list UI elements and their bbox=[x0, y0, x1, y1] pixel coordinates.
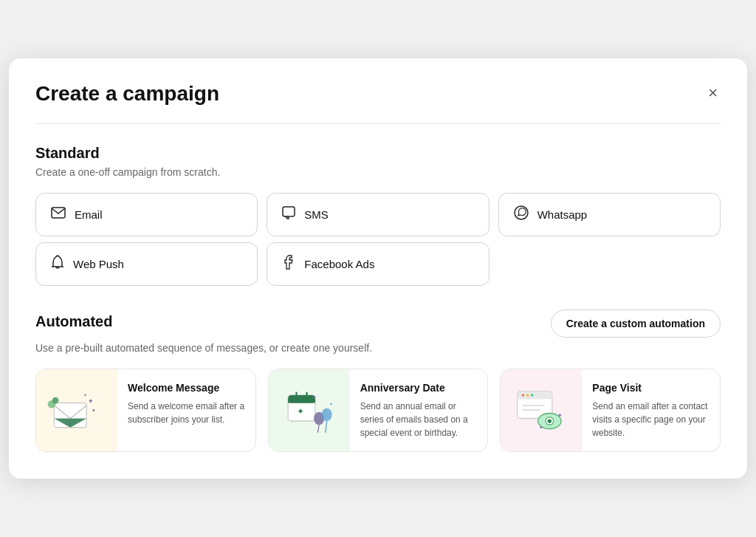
create-campaign-modal: Create a campaign × Standard Create a on… bbox=[9, 58, 747, 478]
svg-point-26 bbox=[531, 394, 534, 397]
campaign-options-row1: Email SMS bbox=[35, 193, 721, 236]
standard-section-title: Standard bbox=[35, 145, 721, 162]
svg-line-17 bbox=[317, 425, 319, 433]
webpush-label: Web Push bbox=[73, 258, 124, 270]
create-custom-automation-button[interactable]: Create a custom automation bbox=[551, 309, 721, 338]
anniversary-card-content: Anniversary Date Send an annual email or… bbox=[350, 369, 488, 451]
svg-text:✦: ✦ bbox=[312, 394, 317, 400]
campaign-options-row2: Web Push Facebook Ads bbox=[35, 242, 721, 286]
webpush-option[interactable]: Web Push bbox=[35, 242, 258, 286]
automated-section-title: Automated bbox=[35, 313, 112, 330]
automated-header: Automated Create a custom automation bbox=[35, 309, 721, 338]
email-icon bbox=[51, 207, 66, 222]
anniversary-card-desc: Send an annual email or series of emails… bbox=[360, 400, 478, 439]
svg-text:✦: ✦ bbox=[92, 407, 96, 412]
sms-label: SMS bbox=[304, 208, 329, 221]
svg-rect-0 bbox=[52, 208, 65, 218]
standard-section: Standard Create a one-off campaign from … bbox=[35, 145, 721, 286]
whatsapp-option[interactable]: Whatsapp bbox=[498, 193, 721, 236]
svg-point-31 bbox=[548, 419, 551, 423]
welcome-card-title: Welcome Message bbox=[128, 381, 245, 394]
whatsapp-icon bbox=[514, 205, 529, 224]
anniversary-date-card[interactable]: ✦ ✦ ✦ Anniversary Date Send an annual em… bbox=[268, 369, 489, 451]
whatsapp-label: Whatsapp bbox=[537, 208, 588, 221]
automation-cards-grid: ✦ ✦ ✦ Welcome Message Send a welcome ema… bbox=[35, 369, 721, 451]
email-option[interactable]: Email bbox=[35, 193, 258, 236]
svg-text:✦: ✦ bbox=[88, 397, 94, 404]
facebook-icon bbox=[282, 255, 295, 273]
modal-title: Create a campaign bbox=[35, 82, 219, 106]
svg-line-18 bbox=[326, 421, 327, 433]
welcome-message-card[interactable]: ✦ ✦ ✦ Welcome Message Send a welcome ema… bbox=[35, 369, 256, 451]
automated-section: Automated Create a custom automation Use… bbox=[35, 309, 721, 451]
anniversary-card-title: Anniversary Date bbox=[360, 381, 478, 394]
sms-icon bbox=[282, 206, 295, 223]
standard-section-desc: Create a one-off campaign from scratch. bbox=[35, 166, 721, 178]
automated-section-desc: Use a pre-built automated sequence of me… bbox=[35, 342, 721, 354]
header-divider bbox=[35, 123, 721, 124]
svg-point-24 bbox=[522, 394, 525, 397]
page-visit-card-content: Page Visit Send an email after a contact… bbox=[582, 369, 720, 451]
webpush-icon bbox=[51, 255, 64, 273]
svg-rect-11 bbox=[288, 400, 315, 403]
facebook-ads-option[interactable]: Facebook Ads bbox=[267, 242, 489, 286]
empty-placeholder bbox=[498, 242, 721, 286]
close-button[interactable]: × bbox=[705, 82, 721, 104]
svg-point-5 bbox=[52, 397, 59, 403]
anniversary-illustration: ✦ ✦ ✦ bbox=[269, 369, 350, 451]
email-label: Email bbox=[75, 208, 103, 221]
svg-point-16 bbox=[321, 408, 331, 421]
page-visit-illustration: ✦ ✦ bbox=[501, 369, 582, 451]
facebook-ads-label: Facebook Ads bbox=[304, 258, 374, 270]
svg-text:✦: ✦ bbox=[297, 406, 304, 417]
svg-text:✦: ✦ bbox=[329, 401, 333, 406]
page-visit-card-desc: Send an email after a contact visits a s… bbox=[592, 400, 709, 439]
modal-header: Create a campaign × bbox=[35, 82, 721, 106]
svg-rect-23 bbox=[518, 396, 552, 399]
svg-text:✦: ✦ bbox=[557, 411, 563, 418]
svg-text:✦: ✦ bbox=[83, 391, 87, 397]
page-visit-card-title: Page Visit bbox=[592, 381, 709, 394]
welcome-card-content: Welcome Message Send a welcome email aft… bbox=[117, 369, 255, 451]
svg-text:✦: ✦ bbox=[540, 424, 544, 429]
svg-point-25 bbox=[526, 394, 529, 397]
page-visit-card[interactable]: ✦ ✦ Page Visit Send an email after a con… bbox=[500, 369, 721, 451]
welcome-illustration: ✦ ✦ ✦ bbox=[36, 369, 117, 451]
sms-option[interactable]: SMS bbox=[267, 193, 489, 236]
welcome-card-desc: Send a welcome email after a subscriber … bbox=[128, 400, 245, 426]
svg-rect-1 bbox=[283, 207, 295, 216]
